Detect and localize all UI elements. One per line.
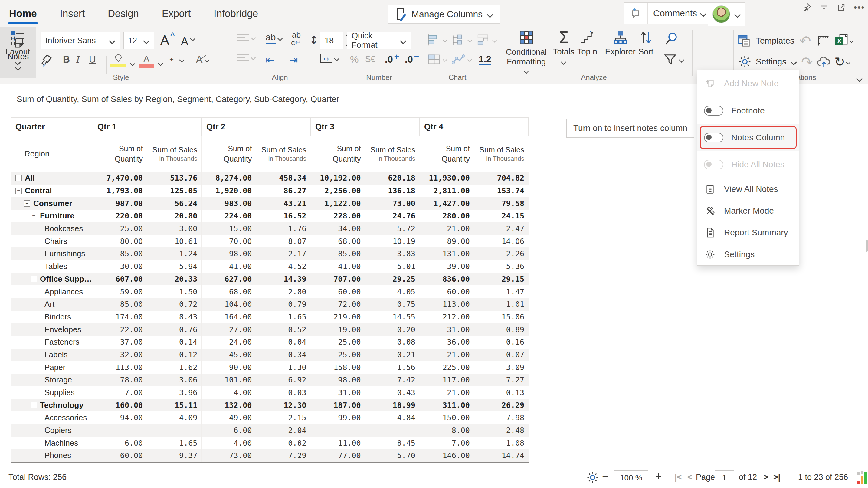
quarter-header[interactable]: Qtr 4: [420, 118, 529, 136]
underline-button[interactable]: U: [89, 54, 102, 65]
cell-value[interactable]: 1,122.00: [311, 197, 366, 210]
cell-value[interactable]: [366, 424, 420, 437]
cell-value[interactable]: 18.99: [366, 399, 420, 411]
cell-value[interactable]: 90.00: [202, 361, 256, 374]
row-label[interactable]: Bookcases: [44, 224, 83, 233]
cell-value[interactable]: 20.33: [147, 273, 202, 285]
cell-value[interactable]: 3.96: [147, 386, 202, 399]
cell-value[interactable]: 0.72: [147, 298, 202, 311]
gantt-chart-button[interactable]: [477, 34, 498, 46]
cell-value[interactable]: 1,793.00: [93, 185, 147, 197]
cell-value[interactable]: 6.00: [202, 424, 256, 437]
row-label[interactable]: Chairs: [44, 237, 67, 246]
cell-value[interactable]: 10.61: [147, 235, 202, 247]
decrease-font-button[interactable]: A: [181, 35, 196, 48]
cell-value[interactable]: 220.00: [93, 210, 147, 222]
row-label[interactable]: Storage: [44, 375, 72, 385]
cell-value[interactable]: 1.08: [474, 436, 529, 449]
cell-value[interactable]: 224.00: [202, 210, 256, 222]
cell-value[interactable]: 37.00: [93, 336, 147, 348]
measure-header-quantity[interactable]: Sum of Quantity: [202, 136, 256, 172]
cell-value[interactable]: 2,256.00: [311, 185, 366, 197]
column-width-button[interactable]: ↔: [320, 54, 340, 63]
cell-value[interactable]: 1,920.00: [202, 185, 256, 197]
cell-value[interactable]: 1.01: [474, 298, 529, 311]
user-profile-button[interactable]: [708, 2, 745, 26]
tab-home[interactable]: Home: [8, 2, 37, 25]
cell-value[interactable]: 104.00: [202, 298, 256, 311]
cell-value[interactable]: 146.00: [420, 449, 474, 462]
zoom-level-input[interactable]: 100 %: [614, 470, 648, 485]
cell-value[interactable]: 513.76: [147, 172, 202, 185]
search-button[interactable]: [664, 31, 679, 46]
cell-value[interactable]: 1.24: [147, 247, 202, 260]
cell-value[interactable]: 5.70: [366, 449, 420, 462]
row-label[interactable]: Furnishings: [44, 249, 85, 258]
cell-value[interactable]: 160.00: [93, 399, 147, 411]
number-format-button[interactable]: 1.2: [478, 54, 491, 65]
waterfall-chart-button[interactable]: [452, 34, 473, 46]
add-comment-icon[interactable]: [624, 3, 648, 24]
cell-value[interactable]: 7.27: [474, 374, 529, 386]
cell-value[interactable]: 56.24: [147, 197, 202, 210]
cell-value[interactable]: 99.00: [311, 411, 366, 424]
collapse-expander[interactable]: −: [16, 188, 22, 194]
refresh-icon[interactable]: ↻: [834, 55, 852, 69]
quarter-header[interactable]: Qtr 3: [311, 118, 420, 136]
cell-value[interactable]: 0.34: [256, 348, 311, 361]
row-label[interactable]: Consumer: [33, 199, 72, 208]
cell-value[interactable]: 4.00: [202, 436, 256, 449]
templates-button[interactable]: Templates: [738, 34, 795, 48]
cell-value[interactable]: 228.00: [311, 210, 366, 222]
measure-header-sales[interactable]: Sum of Salesin Thousands: [256, 136, 311, 172]
cell-value[interactable]: [93, 424, 147, 437]
cell-value[interactable]: 113.00: [93, 361, 147, 374]
undo-icon[interactable]: ↶: [799, 33, 811, 49]
cell-value[interactable]: 10.19: [366, 235, 420, 247]
cell-value[interactable]: 620.18: [366, 172, 420, 185]
cell-value[interactable]: 174.00: [93, 311, 147, 324]
cell-value[interactable]: 24.00: [202, 336, 256, 348]
cell-value[interactable]: 7.00: [93, 386, 147, 399]
row-label[interactable]: Paper: [44, 363, 65, 372]
cell-value[interactable]: 29.15: [474, 273, 529, 285]
row-label[interactable]: Appliances: [44, 287, 83, 297]
cell-value[interactable]: 0.79: [256, 298, 311, 311]
more-options-icon[interactable]: •••: [854, 2, 865, 13]
cell-value[interactable]: 0.04: [256, 336, 311, 348]
percent-format-button[interactable]: %: [350, 54, 359, 65]
cell-value[interactable]: 280.00: [420, 210, 474, 222]
menu-item-notes-column[interactable]: Notes Column: [698, 124, 799, 151]
cell-value[interactable]: 39.00: [420, 260, 474, 273]
cell-value[interactable]: 8.43: [147, 311, 202, 324]
tab-export[interactable]: Export: [161, 2, 191, 25]
cell-value[interactable]: 4.05: [366, 285, 420, 298]
settings-button[interactable]: Settings: [738, 55, 797, 68]
cell-value[interactable]: 21.00: [420, 386, 474, 399]
quick-format-select[interactable]: Quick Format: [347, 32, 411, 49]
cell-value[interactable]: 10,192.00: [311, 172, 366, 185]
cell-value[interactable]: 41.00: [311, 260, 366, 273]
cell-value[interactable]: 2.15: [256, 411, 311, 424]
shrink-text-button[interactable]: abc↵: [291, 31, 302, 47]
cell-value[interactable]: 136.18: [366, 185, 420, 197]
tab-infobridge[interactable]: Infobridge: [213, 2, 259, 25]
cell-value[interactable]: 158.00: [311, 361, 366, 374]
cell-value[interactable]: 7.42: [366, 374, 420, 386]
cell-value[interactable]: 11,930.00: [420, 172, 474, 185]
cell-value[interactable]: 73.00: [366, 197, 420, 210]
cell-value[interactable]: 5.01: [366, 260, 420, 273]
cell-value[interactable]: 14.06: [474, 235, 529, 247]
cell-value[interactable]: 1.30: [256, 361, 311, 374]
cell-value[interactable]: 1.62: [147, 361, 202, 374]
row-label[interactable]: Labels: [44, 350, 68, 359]
cell-value[interactable]: 19.00: [311, 323, 366, 336]
cell-value[interactable]: 9.37: [147, 449, 202, 462]
cell-value[interactable]: 78.00: [93, 374, 147, 386]
cell-value[interactable]: 2.48: [474, 424, 529, 437]
cell-value[interactable]: 113.00: [420, 298, 474, 311]
cell-value[interactable]: 14.74: [474, 449, 529, 462]
cell-value[interactable]: 4.84: [366, 411, 420, 424]
cell-value[interactable]: 1.76: [256, 222, 311, 235]
cell-value[interactable]: 0.14: [147, 336, 202, 348]
